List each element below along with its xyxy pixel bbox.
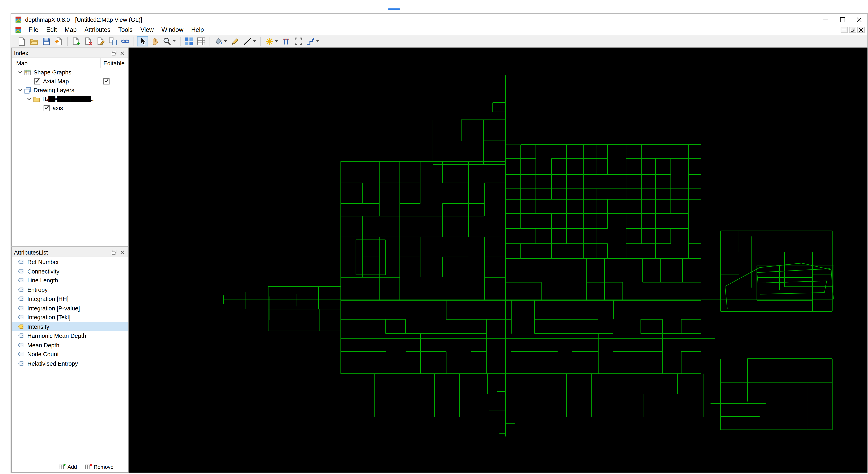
zoom-tool-dropdown[interactable] [172,37,176,46]
menu-edit[interactable]: Edit [42,26,61,34]
attribute-tag-icon [17,351,25,357]
attributes-panel-close-button[interactable] [119,248,126,255]
zoom-tool-button[interactable] [161,36,177,46]
delete-map-button[interactable] [83,36,94,46]
convert-map-button[interactable] [107,36,118,46]
minimize-button[interactable] [817,14,834,25]
new-file-button[interactable] [16,36,27,46]
axis-checkbox[interactable] [43,105,50,111]
axial-map-editable-checkbox[interactable] [103,78,110,84]
attribute-item-entropy[interactable]: Entropy [12,285,128,294]
page-edit-icon [96,37,105,46]
menu-window[interactable]: Window [158,26,187,34]
select-tool-button[interactable] [137,36,148,46]
link-maps-button[interactable] [120,36,131,46]
attribute-label: Harmonic Mean Depth [27,332,86,339]
child-close-icon [859,26,863,33]
toolbar-separator [180,37,181,46]
line-tool-dropdown[interactable] [253,37,256,46]
child-close-button[interactable] [857,27,865,33]
tree-item-drawing-file[interactable]: H:/██▪██████████... [12,95,128,103]
show-grid-button[interactable] [195,36,207,46]
add-new-map-button[interactable] [70,36,82,46]
attribute-item-ref-number[interactable]: Ref Number [12,257,128,266]
line-tool-button[interactable] [242,36,258,46]
chevron-down-icon[interactable] [17,69,23,76]
attribute-label: Integration [HH] [27,296,68,302]
attribute-item-integration-hh[interactable]: Integration [HH] [12,294,128,303]
attributes-panel: AttributesList Ref NumberConnectivityLin… [11,247,128,473]
editable-column-header: Editable [100,58,125,67]
tree-item-axis-layer[interactable]: axis [12,103,128,112]
add-attribute-button[interactable]: Add [58,463,77,470]
index-panel-close-button[interactable] [119,50,126,56]
attribute-tag-icon [17,360,25,367]
map-view[interactable] [129,48,868,473]
check-icon [44,105,49,111]
attribute-item-relativised-entropy[interactable]: Relativised Entropy [12,359,128,368]
child-restore-button[interactable] [849,27,856,33]
index-panel-float-button[interactable] [111,50,117,56]
tree-item-axial-map[interactable]: Axial Map [12,77,128,86]
isovist-tool-dropdown[interactable] [274,37,278,46]
edit-map-button[interactable] [95,36,106,46]
remove-icon [85,463,92,470]
tree-item-shape-graphs[interactable]: Shape Graphs [12,67,128,77]
attribute-tag-icon [17,286,25,293]
menu-attributes[interactable]: Attributes [81,26,115,34]
axial-icon [282,37,290,46]
pencil-tool-button[interactable] [230,36,241,46]
minimize-icon [823,14,828,24]
attribute-label: Integration [P-value] [27,304,80,311]
menu-view[interactable]: View [136,26,157,34]
menu-map[interactable]: Map [61,26,81,34]
menu-items: FileEditMapAttributesToolsViewWindowHelp [25,26,208,34]
frame-tool-button[interactable] [293,36,304,46]
import-file-button[interactable] [53,36,64,46]
attribute-item-line-length[interactable]: Line Length [12,276,128,285]
attribute-label: Entropy [27,286,48,293]
attribute-item-harmonic-mean-depth[interactable]: Harmonic Mean Depth [12,331,128,340]
attributes-panel-float-button[interactable] [111,248,117,255]
cursor-icon [138,37,147,46]
step-depth-tool-dropdown[interactable] [316,37,320,46]
attribute-item-connectivity[interactable]: Connectivity [12,266,128,276]
step-depth-tool-button[interactable] [305,36,321,46]
attribute-tag-icon [17,296,25,302]
open-file-button[interactable] [28,36,39,46]
menu-tools[interactable]: Tools [114,26,136,34]
tree-label: Shape Graphs [33,69,71,76]
app-window: depthmapX 0.8.0 - [Untitled2:Map View (G… [11,13,868,473]
toolbar [11,35,867,48]
screenshot-root: depthmapX 0.8.0 - [Untitled2:Map View (G… [0,0,868,474]
attribute-item-integration-p-value[interactable]: Integration [P-value] [12,303,128,313]
axial-map-tool-button[interactable] [281,36,292,46]
page-import-icon [54,37,63,46]
close-button[interactable] [851,14,867,25]
attribute-item-integration-tekl[interactable]: Integration [Tekl] [12,313,128,322]
remove-attribute-button[interactable]: Remove [85,463,113,470]
menu-file[interactable]: File [25,26,42,34]
fill-tool-button[interactable] [213,36,228,46]
child-minimize-button[interactable] [841,27,848,33]
menu-help[interactable]: Help [187,26,208,34]
attribute-label: Ref Number [27,259,59,265]
axial-map-checkbox[interactable] [34,78,40,84]
window-tile-button[interactable] [183,36,194,46]
page-icon [17,37,26,46]
attribute-item-mean-depth[interactable]: Mean Depth [12,340,128,350]
isovist-tool-button[interactable] [264,36,280,46]
chevron-down-icon[interactable] [17,87,23,93]
maximize-button[interactable] [834,14,851,25]
attribute-item-node-count[interactable]: Node Count [12,350,128,359]
tree-item-drawing-layers[interactable]: Drawing Layers [12,86,128,94]
pan-tool-button[interactable] [149,36,160,46]
remove-button-label: Remove [94,463,114,469]
fill-tool-dropdown[interactable] [223,37,227,46]
save-file-button[interactable] [41,36,52,46]
attribute-item-intensity[interactable]: Intensity [12,322,128,331]
chevron-down-icon[interactable] [26,96,32,102]
folder-open-icon [30,37,38,46]
title-bar: depthmapX 0.8.0 - [Untitled2:Map View (G… [11,14,867,25]
attribute-label: Intensity [27,323,49,330]
